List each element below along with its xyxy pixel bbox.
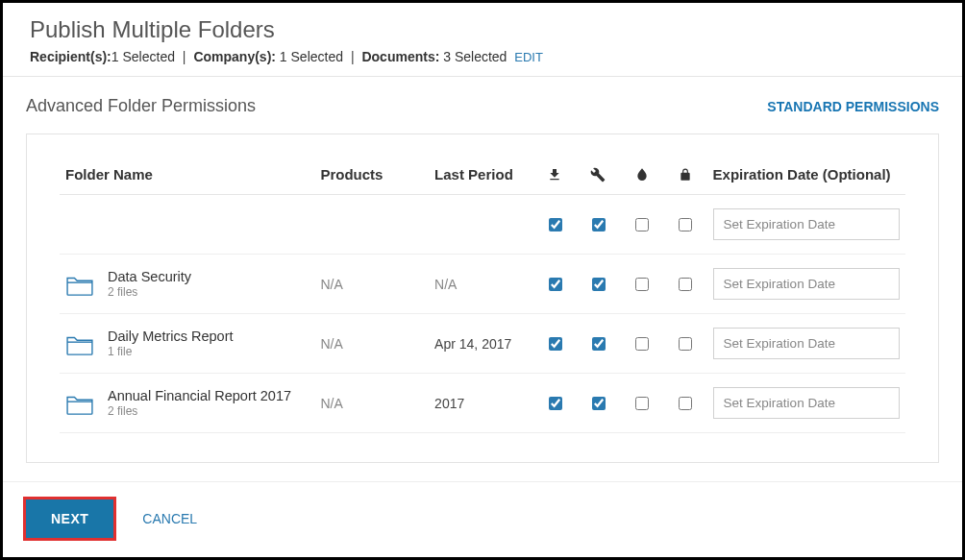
- watermark-checkbox[interactable]: [635, 397, 649, 410]
- col-watermark-icon: [620, 158, 663, 195]
- section-title: Advanced Folder Permissions: [26, 96, 256, 116]
- permissions-table: Folder Name Products Last Period: [60, 158, 905, 433]
- tools-checkbox[interactable]: [592, 218, 606, 231]
- lock-checkbox[interactable]: [679, 278, 692, 291]
- recipients-value: 1 Selected: [111, 49, 175, 64]
- last-period-value: [429, 195, 532, 255]
- download-checkbox[interactable]: [549, 337, 562, 351]
- products-value: N/A: [314, 374, 429, 433]
- folder-icon: [65, 273, 94, 296]
- file-count: 2 files: [108, 285, 191, 299]
- page-title: Publish Multiple Folders: [30, 16, 935, 43]
- expiration-input[interactable]: [713, 328, 900, 359]
- last-period-value: N/A: [429, 255, 532, 314]
- products-value: [314, 195, 429, 255]
- table-row: Annual Financial Report 20172 filesN/A20…: [60, 374, 905, 433]
- last-period-value: Apr 14, 2017: [429, 314, 532, 374]
- folder-icon: [65, 392, 94, 415]
- documents-value: 3 Selected: [443, 49, 507, 64]
- edit-link[interactable]: EDIT: [514, 50, 543, 64]
- recipients-label: Recipient(s):: [30, 49, 111, 64]
- companies-label: Company(s):: [193, 49, 276, 64]
- expiration-input[interactable]: [713, 208, 900, 240]
- download-checkbox[interactable]: [549, 278, 562, 291]
- col-products: Products: [314, 158, 429, 195]
- table-row: [60, 195, 905, 255]
- folder-name: Data Security: [108, 269, 191, 284]
- download-checkbox[interactable]: [549, 218, 562, 231]
- selection-summary: Recipient(s):1 Selected | Company(s): 1 …: [30, 49, 935, 64]
- watermark-checkbox[interactable]: [635, 337, 649, 351]
- lock-checkbox[interactable]: [679, 218, 692, 231]
- next-button[interactable]: NEXT: [26, 499, 113, 538]
- lock-checkbox[interactable]: [679, 397, 692, 410]
- folder-name: Annual Financial Report 2017: [108, 388, 291, 403]
- download-checkbox[interactable]: [549, 397, 562, 410]
- products-value: N/A: [314, 314, 429, 374]
- products-value: N/A: [314, 255, 429, 314]
- col-expiration: Expiration Date (Optional): [707, 158, 905, 195]
- file-count: 1 file: [108, 345, 234, 358]
- col-last-period: Last Period: [429, 158, 532, 195]
- table-row: Data Security2 filesN/AN/A: [60, 255, 905, 314]
- tools-checkbox[interactable]: [592, 397, 606, 410]
- col-lock-icon: [663, 158, 706, 195]
- tools-checkbox[interactable]: [592, 337, 606, 351]
- watermark-checkbox[interactable]: [635, 218, 649, 231]
- col-tools-icon: [577, 158, 620, 195]
- standard-permissions-link[interactable]: STANDARD PERMISSIONS: [767, 99, 939, 114]
- col-folder-name: Folder Name: [60, 158, 314, 195]
- watermark-checkbox[interactable]: [635, 278, 649, 291]
- cancel-button[interactable]: CANCEL: [142, 511, 197, 526]
- documents-label: Documents:: [361, 49, 439, 64]
- tools-checkbox[interactable]: [592, 278, 606, 291]
- companies-value: 1 Selected: [280, 49, 343, 64]
- col-download-icon: [533, 158, 577, 195]
- folder-icon: [65, 332, 94, 355]
- last-period-value: 2017: [429, 374, 532, 433]
- expiration-input[interactable]: [713, 268, 900, 300]
- folder-name: Daily Metrics Report: [108, 329, 234, 344]
- lock-checkbox[interactable]: [679, 337, 692, 351]
- file-count: 2 files: [108, 404, 291, 418]
- expiration-input[interactable]: [713, 387, 900, 419]
- table-row: Daily Metrics Report1 fileN/AApr 14, 201…: [60, 314, 905, 374]
